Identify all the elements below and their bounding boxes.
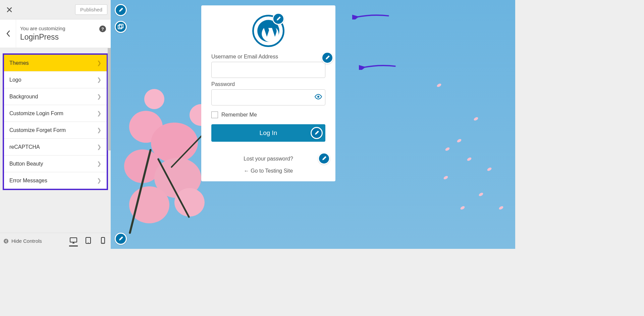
close-customizer-button[interactable]	[3, 4, 15, 16]
edit-lost-password-button[interactable]	[318, 152, 330, 165]
menu-item-label: Themes	[9, 60, 29, 66]
svg-point-9	[317, 96, 319, 98]
annotation-arrow	[352, 13, 392, 19]
sidebar-top-bar: Published	[0, 0, 111, 19]
preview-tools	[115, 4, 127, 33]
device-preview-buttons	[69, 236, 107, 246]
chevron-right-icon: ❯	[97, 77, 101, 83]
brush-icon	[118, 7, 123, 13]
svg-point-0	[4, 239, 8, 243]
chevron-right-icon: ❯	[97, 93, 101, 100]
svg-point-3	[88, 242, 89, 243]
menu-item-label: reCAPTCHA	[9, 144, 40, 150]
eye-icon	[315, 94, 322, 99]
menu-item-label: Error Messages	[9, 178, 47, 184]
lost-password-link[interactable]: Lost your password?	[211, 156, 325, 162]
chevron-right-icon: ❯	[97, 161, 101, 167]
menu-item-themes[interactable]: Themes ❯	[4, 55, 107, 72]
edit-username-label-button[interactable]	[321, 52, 333, 64]
menu-item-recaptcha[interactable]: reCAPTCHA ❯	[4, 139, 107, 155]
goto-site-link[interactable]: ← Go to Testing Site	[211, 168, 325, 174]
petal-decoration	[460, 206, 465, 210]
petal-decoration	[478, 192, 484, 197]
edit-login-button[interactable]	[311, 127, 323, 139]
flower-decoration	[144, 89, 164, 109]
sidebar-footer: Hide Controls	[0, 233, 111, 249]
remember-me-row: Remember Me	[211, 111, 325, 118]
pencil-icon	[321, 156, 327, 161]
svg-rect-6	[118, 25, 122, 29]
username-label-row: Username or Email Address	[211, 54, 325, 60]
hide-controls-button[interactable]: Hide Controls	[3, 238, 42, 244]
petal-decoration	[457, 138, 462, 143]
device-desktop-button[interactable]	[69, 236, 78, 246]
menu-item-label: Logo	[9, 77, 21, 83]
petal-decoration	[487, 167, 492, 172]
menu-item-logo[interactable]: Logo ❯	[4, 72, 107, 88]
login-button-row: Log In	[211, 124, 325, 142]
password-input-wrap	[211, 89, 325, 105]
pencil-icon	[118, 236, 123, 241]
panel-title: LoginPress	[20, 33, 105, 42]
menu-item-customize-forget-form[interactable]: Customize Forget Form ❯	[4, 122, 107, 139]
menu-item-label: Button Beauty	[9, 161, 43, 167]
menu-item-customize-login-form[interactable]: Customize Login Form ❯	[4, 105, 107, 122]
petal-decoration	[473, 117, 479, 121]
mobile-icon	[101, 237, 105, 244]
remember-me-label: Remember Me	[221, 112, 257, 118]
menu-item-background[interactable]: Background ❯	[4, 88, 107, 105]
svg-rect-7	[119, 24, 123, 28]
menu-item-button-beauty[interactable]: Button Beauty ❯	[4, 155, 107, 172]
menu-item-label: Customize Login Form	[9, 110, 63, 117]
chevron-right-icon: ❯	[97, 60, 101, 66]
templates-tool-button[interactable]	[115, 21, 127, 33]
password-input[interactable]	[211, 89, 325, 105]
annotation-arrow	[359, 64, 399, 70]
device-mobile-button[interactable]	[99, 236, 107, 246]
flower-decoration	[129, 186, 169, 223]
username-input[interactable]	[211, 62, 325, 78]
menu-item-label: Background	[9, 94, 38, 100]
password-label: Password	[211, 81, 325, 87]
svg-point-5	[103, 242, 103, 243]
edit-logo-button[interactable]	[272, 13, 284, 25]
customizing-label: You are customizing	[20, 26, 105, 31]
menu-item-label: Customize Forget Form	[9, 127, 66, 133]
preview-area: Username or Email Address Password Remem…	[111, 0, 515, 249]
chevron-right-icon: ❯	[97, 110, 101, 117]
petal-decoration	[436, 83, 442, 88]
svg-rect-1	[70, 238, 77, 242]
petal-decoration	[467, 157, 472, 162]
menu-item-error-messages[interactable]: Error Messages ❯	[4, 172, 107, 189]
settings-menu-list: Themes ❯ Logo ❯ Background ❯ Customize L…	[3, 53, 108, 190]
chevron-right-icon: ❯	[97, 177, 101, 184]
templates-icon	[118, 24, 124, 30]
desktop-icon	[70, 237, 77, 243]
username-label: Username or Email Address	[211, 54, 325, 60]
logo-wrap	[211, 15, 325, 47]
pencil-icon	[314, 130, 319, 136]
flower-decoration	[174, 188, 205, 217]
remember-me-checkbox[interactable]	[211, 111, 218, 118]
chevron-left-icon	[6, 30, 10, 37]
brush-tool-button[interactable]	[115, 4, 127, 16]
chevron-right-icon: ❯	[97, 127, 101, 133]
show-password-button[interactable]	[315, 94, 322, 101]
device-tablet-button[interactable]	[84, 236, 93, 246]
petal-decoration	[445, 147, 450, 151]
chevron-right-icon: ❯	[97, 144, 101, 150]
bottom-links: Lost your password? ← Go to Testing Site	[211, 156, 325, 174]
back-button[interactable]	[0, 19, 16, 48]
help-button[interactable]: ?	[99, 26, 106, 32]
hide-controls-label: Hide Controls	[11, 238, 42, 244]
login-button[interactable]: Log In	[211, 124, 325, 142]
petal-decoration	[443, 175, 448, 180]
edit-bottom-button[interactable]	[115, 233, 127, 245]
publish-status-button[interactable]: Published	[75, 4, 107, 15]
close-icon	[7, 7, 12, 12]
pencil-icon	[325, 55, 330, 60]
customizer-sidebar: Published You are customizing LoginPress…	[0, 0, 111, 249]
petal-decoration	[498, 206, 504, 210]
collapse-left-icon	[3, 238, 9, 244]
sidebar-header: You are customizing LoginPress ?	[0, 19, 111, 48]
